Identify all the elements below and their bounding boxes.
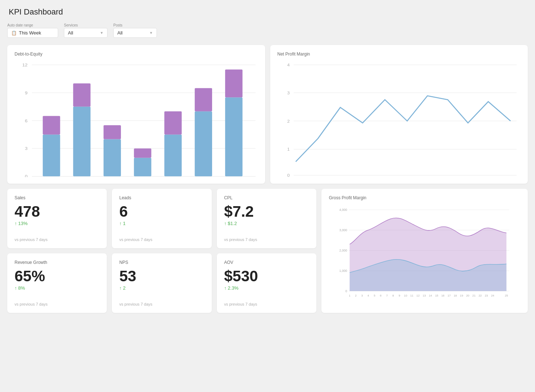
aov-value: $530 xyxy=(224,269,309,284)
debt-equity-chart: 0 3 6 9 12 xyxy=(15,61,258,177)
svg-text:9: 9 xyxy=(25,90,28,95)
net-profit-title: Net Profit Margin xyxy=(277,52,521,57)
net-profit-svg: 0 1 2 3 4 xyxy=(277,61,521,177)
posts-filter-group: Posts All ▼ xyxy=(113,23,157,38)
posts-filter[interactable]: All ▼ xyxy=(113,28,157,38)
svg-text:9: 9 xyxy=(399,294,400,297)
svg-rect-21 xyxy=(195,88,212,111)
svg-text:0: 0 xyxy=(287,173,289,177)
svg-text:3: 3 xyxy=(25,146,28,151)
svg-rect-20 xyxy=(195,111,212,176)
svg-text:4: 4 xyxy=(287,62,289,68)
revenue-growth-card: Revenue Growth 65% ↑ 8% vs previous 7 da… xyxy=(7,253,107,313)
aov-change: ↑ 2.3% xyxy=(224,285,309,291)
sales-card: Sales 478 ↑ 13% vs previous 7 days xyxy=(7,189,107,248)
svg-rect-11 xyxy=(43,116,60,134)
svg-text:21: 21 xyxy=(473,294,476,297)
svg-rect-13 xyxy=(73,83,90,107)
net-profit-chart: 0 1 2 3 4 xyxy=(277,61,521,177)
revenue-growth-value: 65% xyxy=(15,269,100,284)
revenue-growth-change: ↑ 8% xyxy=(15,285,100,291)
date-filter-label: Auto date range xyxy=(7,23,58,27)
aov-label: AOV xyxy=(224,260,309,265)
date-filter-group: Auto date range 📋 This Week xyxy=(7,23,58,38)
leads-sub: vs previous 7 days xyxy=(119,237,204,242)
top-charts-grid: Debt-to-Equity 0 3 6 9 12 xyxy=(7,45,528,184)
sales-change: ↑ 13% xyxy=(15,221,100,226)
svg-text:19: 19 xyxy=(460,294,463,297)
revenue-growth-sub: vs previous 7 days xyxy=(15,302,100,306)
net-profit-card: Net Profit Margin 0 1 2 3 4 xyxy=(270,45,528,184)
nps-sub: vs previous 7 days xyxy=(119,302,204,306)
svg-rect-23 xyxy=(225,69,243,97)
services-filter-label: Services xyxy=(64,23,108,27)
leads-change: ↑ 1 xyxy=(119,221,204,226)
gross-profit-card: Gross Profit Margin 4,000 3,000 2,000 1,… xyxy=(321,189,528,313)
svg-text:1: 1 xyxy=(287,147,289,152)
svg-rect-17 xyxy=(134,148,151,158)
sales-sub: vs previous 7 days xyxy=(15,237,100,242)
svg-text:4,000: 4,000 xyxy=(340,208,348,212)
leads-value: 6 xyxy=(119,204,204,219)
leads-card: Leads 6 ↑ 1 vs previous 7 days xyxy=(112,189,211,248)
svg-text:5: 5 xyxy=(374,294,375,297)
dashboard: KPI Dashboard Auto date range 📋 This Wee… xyxy=(7,7,528,313)
sales-value: 478 xyxy=(15,204,100,219)
nps-value: 53 xyxy=(119,269,204,284)
svg-text:24: 24 xyxy=(491,294,494,297)
svg-text:1,000: 1,000 xyxy=(340,269,348,273)
svg-text:23: 23 xyxy=(485,294,488,297)
svg-text:22: 22 xyxy=(479,294,482,297)
cpl-value: $7.2 xyxy=(224,204,309,219)
nps-label: NPS xyxy=(119,260,204,265)
svg-rect-18 xyxy=(164,135,182,176)
services-chevron-icon: ▼ xyxy=(100,31,104,35)
bottom-section: Sales 478 ↑ 13% vs previous 7 days Leads… xyxy=(7,189,528,313)
debt-equity-card: Debt-to-Equity 0 3 6 9 12 xyxy=(7,45,265,184)
svg-text:10: 10 xyxy=(404,294,408,297)
posts-filter-value: All xyxy=(117,30,122,36)
nps-card: NPS 53 ↑ 2 vs previous 7 days xyxy=(112,253,211,313)
cpl-change: ↑ $1.2 xyxy=(224,221,309,226)
date-filter-value: This Week xyxy=(19,30,41,36)
svg-text:2,000: 2,000 xyxy=(340,249,348,252)
svg-text:12: 12 xyxy=(417,294,420,297)
leads-label: Leads xyxy=(119,195,204,200)
services-filter-value: All xyxy=(68,30,73,36)
svg-text:8: 8 xyxy=(393,294,394,297)
page-title: KPI Dashboard xyxy=(9,7,528,17)
revenue-growth-label: Revenue Growth xyxy=(15,260,100,265)
services-filter[interactable]: All ▼ xyxy=(64,28,108,38)
svg-rect-15 xyxy=(104,125,121,139)
svg-rect-16 xyxy=(134,158,151,176)
gross-profit-chart: 4,000 3,000 2,000 1,000 0 xyxy=(329,205,520,306)
svg-text:13: 13 xyxy=(423,294,426,297)
calendar-icon: 📋 xyxy=(11,30,17,36)
svg-text:2: 2 xyxy=(287,119,289,124)
cpl-sub: vs previous 7 days xyxy=(224,237,309,242)
svg-text:0: 0 xyxy=(345,289,347,293)
svg-text:6: 6 xyxy=(380,294,381,297)
svg-text:3: 3 xyxy=(361,294,363,297)
svg-rect-19 xyxy=(164,111,182,135)
svg-text:15: 15 xyxy=(435,294,438,297)
svg-text:0: 0 xyxy=(25,174,28,177)
svg-text:3: 3 xyxy=(287,90,289,95)
gross-profit-title: Gross Profit Margin xyxy=(329,195,520,200)
svg-text:1: 1 xyxy=(349,294,350,297)
svg-rect-12 xyxy=(73,107,90,176)
aov-sub: vs previous 7 days xyxy=(224,302,309,306)
date-filter[interactable]: 📋 This Week xyxy=(7,28,58,38)
svg-rect-14 xyxy=(104,139,121,176)
gross-profit-svg: 4,000 3,000 2,000 1,000 0 xyxy=(329,205,520,306)
svg-text:4: 4 xyxy=(368,294,369,297)
filters-bar: Auto date range 📋 This Week Services All… xyxy=(7,23,528,38)
svg-text:12: 12 xyxy=(22,63,28,68)
debt-equity-svg: 0 3 6 9 12 xyxy=(15,61,258,177)
svg-text:20: 20 xyxy=(466,294,470,297)
svg-text:3,000: 3,000 xyxy=(340,228,348,232)
sales-label: Sales xyxy=(15,195,100,200)
svg-text:2: 2 xyxy=(355,294,357,297)
posts-chevron-icon: ▼ xyxy=(149,31,153,35)
svg-text:16: 16 xyxy=(441,294,445,297)
